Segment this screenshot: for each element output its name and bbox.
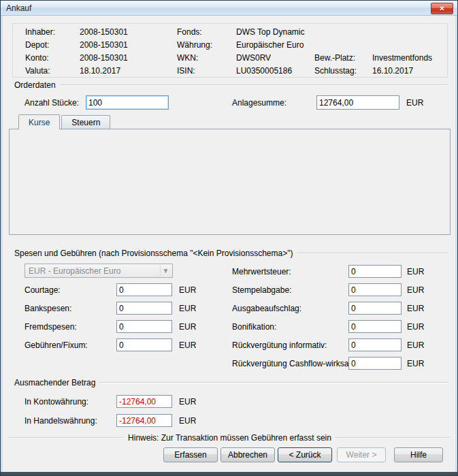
info-value <box>372 26 447 39</box>
bonifikation-label: Bonifikation: <box>232 322 276 332</box>
window-title: Ankauf <box>6 3 31 13</box>
dialog-body: Inhaber: 2008-150301 Fonds: DWS Top Dyna… <box>3 16 455 472</box>
ausgabeaufschlag-input[interactable] <box>348 302 402 315</box>
bankspesen-label: Bankspesen: <box>24 304 71 313</box>
info-label <box>314 39 372 52</box>
ausgabeaufschlag-currency-label: EUR <box>407 304 424 313</box>
mehrwertsteuer-currency-label: EUR <box>407 267 424 276</box>
bankspesen-currency-label: EUR <box>179 304 196 313</box>
fremdspesen-input[interactable] <box>116 320 172 333</box>
betrag-section-header: Ausmachender Betrag <box>14 377 448 387</box>
rueckverguetung-informativ-currency-label: EUR <box>407 340 424 350</box>
info-label: Währung: <box>177 39 236 52</box>
mehrwertsteuer-label: Mehrwertsteuer: <box>232 267 291 276</box>
window-bottom-edge <box>1 472 457 475</box>
info-label: Depot: <box>25 39 80 52</box>
rueckverguetung-cashflow-label: Rückvergütung Cashflow-wirksam: <box>232 359 358 368</box>
rueckverguetung-informativ-label: Rückvergütung informativ: <box>232 340 327 350</box>
info-value: LU0350005186 <box>236 65 314 78</box>
ankauf-dialog: Ankauf ✕ Inhaber: 2008-150301 Fonds: DWS… <box>0 0 458 476</box>
info-value: 2008-150301 <box>80 26 177 39</box>
chevron-down-icon: ▼ <box>160 266 171 276</box>
info-label <box>314 26 372 39</box>
info-value: DWS0RV <box>236 52 314 65</box>
kontowaehrung-label: In Kontowährung: <box>24 397 88 407</box>
anlagesumme-input[interactable] <box>316 95 399 110</box>
fremdspesen-currency-label: EUR <box>179 322 196 332</box>
spesen-section-title: Spesen und Gebühren (nach Provisionssche… <box>14 249 297 258</box>
stempelabgabe-input[interactable] <box>348 283 402 296</box>
info-label: Bew.-Platz: <box>314 52 372 65</box>
rueckverguetung-informativ-input[interactable] <box>348 338 402 351</box>
rueckverguetung-cashflow-currency-label: EUR <box>407 359 424 368</box>
section-rule <box>297 253 448 254</box>
handelswaehrung-label: In Handelswährung: <box>24 416 97 426</box>
order-info-grid: Inhaber: 2008-150301 Fonds: DWS Top Dyna… <box>13 24 447 78</box>
info-value: 16.10.2017 <box>372 65 447 78</box>
close-button[interactable]: ✕ <box>431 3 453 14</box>
section-rule <box>9 437 124 439</box>
courtage-currency-label: EUR <box>179 285 196 295</box>
kontowaehrung-value <box>116 395 172 408</box>
info-label: Schlusstag: <box>314 65 372 78</box>
kontowaehrung-currency-label: EUR <box>179 397 196 407</box>
tab-kurse[interactable]: Kurse <box>18 114 60 129</box>
info-value: 2008-150301 <box>80 39 177 52</box>
anlagesumme-label: Anlagesumme: <box>232 98 287 108</box>
anzahl-stuecke-input[interactable] <box>86 95 169 110</box>
section-rule <box>336 437 451 439</box>
currency-combobox: EUR - Europäischer Euro ▼ <box>24 264 173 278</box>
tab-steuern[interactable]: Steuern <box>61 115 110 129</box>
info-label: Valuta: <box>25 65 80 78</box>
orderdaten-section-title: Orderdaten <box>14 80 60 90</box>
orderdaten-section-header: Orderdaten <box>14 80 448 90</box>
ausgabeaufschlag-label: Ausgabeaufschlag: <box>232 304 301 313</box>
hilfe-button[interactable]: Hilfe <box>394 447 443 462</box>
info-value: Investmentfonds <box>372 52 447 65</box>
weiter-button: Weiter > <box>337 447 386 462</box>
bankspesen-input[interactable] <box>116 302 172 315</box>
handelswaehrung-value <box>116 414 172 427</box>
anlagesumme-currency-label: EUR <box>406 98 423 108</box>
zurueck-button[interactable]: < Zurück <box>278 447 332 462</box>
bonifikation-input[interactable] <box>348 320 402 333</box>
rueckverguetung-cashflow-input[interactable] <box>348 357 402 370</box>
gebuehren-fixum-input[interactable] <box>116 338 172 351</box>
info-label: Fonds: <box>177 26 236 39</box>
spesen-section-header: Spesen und Gebühren (nach Provisionssche… <box>14 248 448 258</box>
hint-divider: Hinweis: Zur Transaktion müssen Gebühren… <box>9 432 451 443</box>
tabbar: Kurse Steuern <box>9 115 112 129</box>
hint-text: Hinweis: Zur Transaktion müssen Gebühren… <box>128 433 336 443</box>
courtage-label: Courtage: <box>24 285 61 295</box>
courtage-input[interactable] <box>116 283 172 296</box>
section-rule <box>99 382 448 383</box>
currency-combobox-value: EUR - Europäischer Euro <box>29 266 120 276</box>
gebuehren-fixum-label: Gebühren/Fixum: <box>24 340 88 350</box>
info-label: ISIN: <box>177 65 236 78</box>
gebuehren-fixum-currency-label: EUR <box>179 340 196 350</box>
info-value: 2008-150301 <box>80 52 177 65</box>
fremdspesen-label: Fremdspesen: <box>24 322 77 332</box>
titlebar[interactable]: Ankauf ✕ <box>1 1 457 16</box>
betrag-section-title: Ausmachender Betrag <box>14 378 99 387</box>
stempelabgabe-currency-label: EUR <box>407 285 424 295</box>
kurse-tab-panel <box>9 129 451 235</box>
info-label: Inhaber: <box>25 26 80 39</box>
info-label: WKN: <box>177 52 236 65</box>
info-value: Europäischer Euro <box>236 39 314 52</box>
erfassen-button[interactable]: Erfassen <box>163 447 218 462</box>
close-icon: ✕ <box>439 5 444 12</box>
info-label: Konto: <box>25 52 80 65</box>
info-value: DWS Top Dynamic <box>236 26 314 39</box>
anzahl-stuecke-label: Anzahl Stücke: <box>24 98 79 108</box>
bonifikation-currency-label: EUR <box>407 322 424 332</box>
mehrwertsteuer-input[interactable] <box>348 265 402 278</box>
info-value <box>372 39 447 52</box>
handelswaehrung-currency-label: EUR <box>179 416 196 426</box>
section-rule <box>60 84 448 86</box>
abbrechen-button[interactable]: Abbrechen <box>220 447 275 462</box>
info-value: 18.10.2017 <box>80 65 177 78</box>
stempelabgabe-label: Stempelabgabe: <box>232 285 291 295</box>
order-info-box: Inhaber: 2008-150301 Fonds: DWS Top Dyna… <box>12 23 448 78</box>
